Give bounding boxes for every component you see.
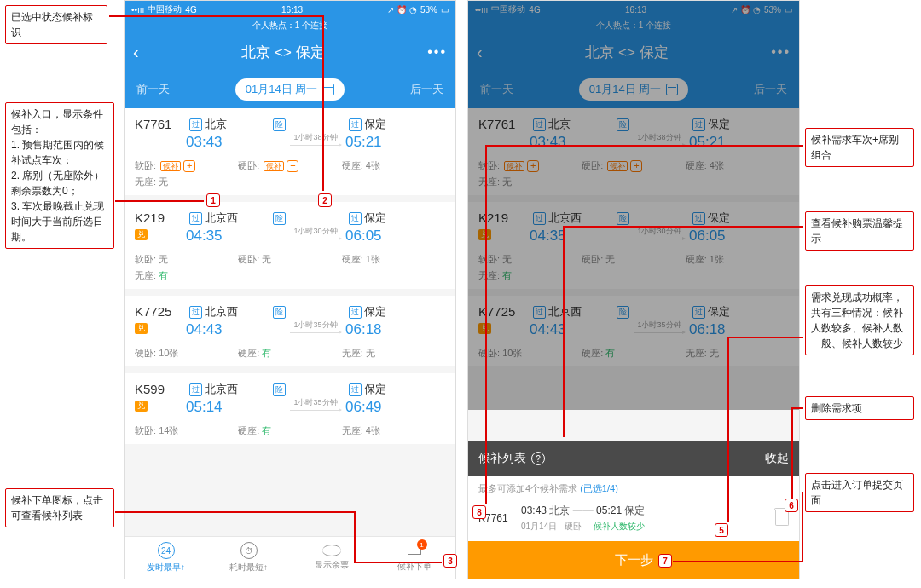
train-card[interactable]: K219兑 过北京西险 04:35 1小时30分钟 过保定 06:05 软卧: … (125, 202, 455, 289)
pass-icon: 过 (349, 212, 362, 225)
duration: 1小时35分钟 (629, 320, 689, 333)
seat-row: 硬卧: 10张硬座: 有无座: 无 (135, 347, 445, 360)
connector (791, 407, 803, 409)
arrive-station: 过保定 (345, 304, 445, 320)
marker: 8 (472, 505, 486, 519)
back-icon[interactable]: ‹ (477, 43, 483, 62)
tab-duration-shortest[interactable]: ⏱ 耗时最短↑ (207, 537, 290, 579)
tab-depart-earliest[interactable]: 24 发时最早↑ (125, 537, 207, 579)
signal-icon: ••ııı (475, 5, 488, 14)
train-number: K7761 (135, 117, 186, 131)
depart-time: 05:14 (186, 399, 286, 416)
annotation: 候补下单图标，点击可查看候补列表 (5, 488, 114, 527)
battery-icon: ▭ (441, 5, 449, 14)
duration: 1小时38分钟 (629, 132, 689, 146)
train-list: K7761 过北京险 03:43 1小时38分钟 过保定 05:21 软卧: 候… (125, 108, 455, 444)
depart-time: 04:43 (186, 321, 286, 338)
depart-time: 04:35 (530, 228, 629, 245)
back-icon[interactable]: ‹ (133, 43, 139, 62)
pass-icon: 过 (533, 306, 546, 319)
more-icon[interactable]: ••• (771, 44, 791, 60)
duration: 1小时35分钟 (286, 397, 345, 411)
train-card[interactable]: K7761 过北京险 03:43 1小时38分钟 过保定 05:21 软卧: 候… (468, 108, 799, 195)
depart-station: 过北京西险 (186, 210, 286, 226)
arrive-time: 06:18 (345, 321, 445, 338)
next-day[interactable]: 后一天 (410, 82, 443, 97)
seat-row: 软卧: 无硬卧: 无硬座: 1张 (478, 253, 789, 266)
add-waitlist-icon[interactable]: + (630, 160, 642, 172)
arrive-station: 过保定 (689, 117, 789, 132)
prev-day[interactable]: 前一天 (136, 82, 170, 97)
depart-station: 过北京西险 (186, 382, 286, 397)
date-pill[interactable]: 01月14日 周一 (235, 78, 345, 101)
date-pill[interactable]: 01月14日 周一 (579, 78, 689, 101)
tab-show-tickets[interactable]: 显示余票 (290, 537, 373, 579)
train-card[interactable]: K7761 过北京险 03:43 1小时38分钟 过保定 05:21 软卧: 候… (125, 108, 455, 195)
prev-day[interactable]: 前一天 (480, 82, 513, 97)
marker: 2 (318, 193, 332, 207)
tab-label: 发时最早 (147, 562, 181, 572)
cart-icon: 1 (405, 543, 424, 558)
annotation: 候补入口，显示条件包括： 1. 预售期范围内的候补试点车次； 2. 席别（无座除… (5, 102, 114, 249)
nav-bar: ‹ 北京 <> 保定 ••• (468, 33, 799, 71)
arrive-time: 05:21 (689, 134, 789, 151)
connector (486, 145, 803, 147)
marker: 5 (715, 523, 728, 537)
clock: 16:13 (281, 5, 303, 14)
seat-cell: 无座: 有 (478, 270, 512, 280)
depart-station: 过北京险 (530, 117, 629, 132)
next-day[interactable]: 后一天 (754, 82, 787, 97)
nav-bar: ‹ 北京 <> 保定 ••• (125, 33, 455, 71)
train-card[interactable]: K7725兑 过北京西险 04:43 1小时35分钟 过保定 06:18 硬卧:… (125, 296, 455, 366)
seat-cell: 硬卧: 10张 (478, 347, 582, 360)
connector (673, 561, 803, 562)
status-bar: ••ııı 中国移动 4G 16:13 ↗ ⏰ ◔53%▭ (468, 1, 799, 18)
seat-cell: 软卧: 无 (135, 253, 238, 266)
phone-screenshot-right: ••ııı 中国移动 4G 16:13 ↗ ⏰ ◔53%▭ 个人热点：1 个连接… (467, 0, 800, 579)
connector (485, 145, 487, 504)
seat-row: 硬卧: 10张硬座: 有无座: 无 (478, 347, 789, 360)
cart-badge: 1 (417, 539, 427, 550)
seat-cell: 硬座: 4张 (342, 159, 445, 172)
more-icon[interactable]: ••• (427, 44, 447, 60)
annotation: 查看候补购票温馨提示 (805, 211, 914, 251)
delete-icon[interactable] (775, 510, 789, 526)
connector (354, 562, 442, 563)
nav-title: 北京 <> 保定 (585, 43, 668, 62)
annotation: 已选中状态候补标识 (5, 5, 107, 44)
pass-icon: 过 (349, 383, 362, 396)
next-button[interactable]: 下一步 (468, 541, 799, 579)
seat-cell: 软卧: 无 (478, 253, 582, 266)
date-text: 01月14日 周一 (246, 82, 318, 97)
add-waitlist-icon[interactable]: + (287, 160, 298, 172)
pass-icon: 过 (533, 212, 546, 225)
collapse-button[interactable]: 收起 (765, 451, 789, 466)
pass-icon: 过 (349, 306, 362, 319)
date-bar: 前一天 01月14日 周一 后一天 (125, 71, 455, 108)
duration: 1小时30分钟 (286, 226, 345, 239)
train-card[interactable]: K7725兑 过北京西险 04:43 1小时35分钟 过保定 06:18 硬卧:… (468, 296, 799, 366)
connector (354, 511, 356, 562)
seat-cell: 无座: 无 (686, 347, 789, 360)
pass-icon: 过 (189, 306, 202, 319)
train-list-dimmed: K7761 过北京险 03:43 1小时38分钟 过保定 05:21 软卧: 候… (468, 108, 799, 366)
train-number: K219 (135, 210, 186, 225)
help-icon[interactable]: ? (531, 452, 545, 465)
tab-label: 显示余票 (315, 559, 349, 571)
duration: 1小时38分钟 (286, 132, 345, 146)
calendar-icon (322, 84, 334, 95)
date-bar: 前一天 01月14日 周一 后一天 (468, 71, 799, 108)
seat-row: 软卧: 候补+硬卧: 候补+硬座: 4张 (135, 159, 445, 172)
pass-icon: 过 (692, 118, 705, 131)
arrive-station: 过保定 (345, 382, 445, 397)
pass-icon: 过 (189, 212, 202, 225)
connector (802, 492, 803, 562)
annotation: 需求兑现成功概率，共有三种情况：候补人数较多、候补人数一般、候补人数较少 (805, 285, 914, 355)
connector (728, 337, 803, 338)
seat-cell: 硬座: 有 (582, 347, 685, 360)
train-card[interactable]: K219兑 过北京西险 04:35 1小时30分钟 过保定 06:05 软卧: … (468, 202, 799, 289)
train-card[interactable]: K599兑 过北京西险 05:14 1小时35分钟 过保定 06:49 软卧: … (125, 373, 455, 444)
add-waitlist-icon[interactable]: + (527, 160, 539, 172)
connector (115, 200, 204, 202)
add-waitlist-icon[interactable]: + (183, 160, 195, 172)
